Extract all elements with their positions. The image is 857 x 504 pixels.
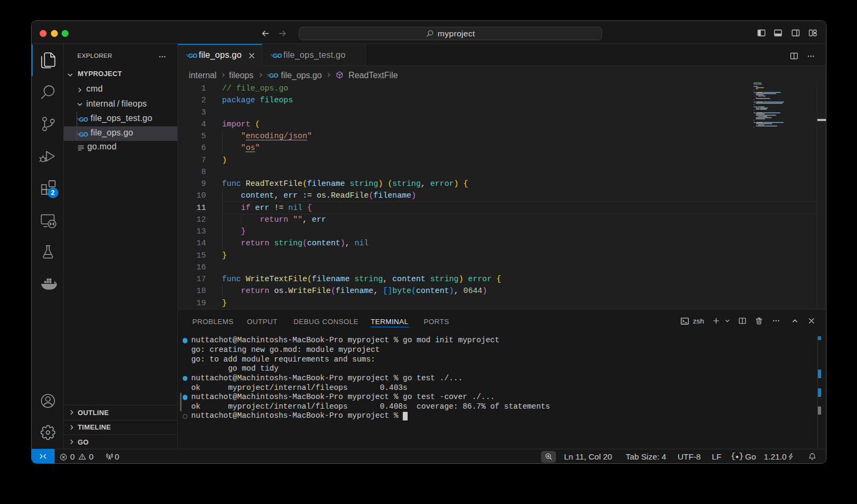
svg-text:GO: GO — [269, 72, 279, 79]
svg-text:GO: GO — [79, 131, 88, 137]
svg-text:GO: GO — [189, 52, 198, 59]
svg-text:GO: GO — [79, 116, 88, 123]
svg-text:GO: GO — [273, 52, 282, 59]
